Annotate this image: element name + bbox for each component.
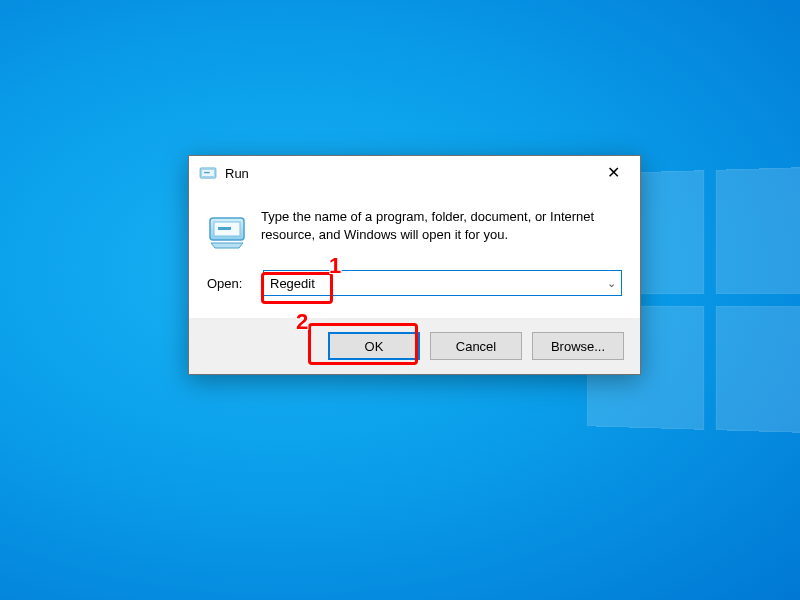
- ok-button[interactable]: OK: [328, 332, 420, 360]
- browse-button-label: Browse...: [551, 339, 605, 354]
- titlebar[interactable]: Run ✕: [189, 156, 640, 190]
- button-row: OK Cancel Browse...: [189, 318, 640, 374]
- svg-rect-5: [218, 227, 231, 230]
- run-icon: [207, 210, 247, 250]
- browse-button[interactable]: Browse...: [532, 332, 624, 360]
- cancel-button[interactable]: Cancel: [430, 332, 522, 360]
- svg-rect-2: [204, 172, 210, 173]
- open-label: Open:: [207, 276, 251, 291]
- dialog-body: Type the name of a program, folder, docu…: [189, 190, 640, 264]
- open-row: Open: ⌄: [189, 264, 640, 318]
- close-button[interactable]: ✕: [590, 158, 636, 188]
- open-combobox[interactable]: ⌄: [263, 270, 622, 296]
- dialog-description: Type the name of a program, folder, docu…: [261, 208, 622, 243]
- run-dialog: Run ✕ Type the name of a program, folder…: [188, 155, 641, 375]
- ok-button-label: OK: [365, 339, 384, 354]
- titlebar-title: Run: [225, 166, 249, 181]
- cancel-button-label: Cancel: [456, 339, 496, 354]
- close-icon: ✕: [607, 165, 620, 181]
- open-input[interactable]: [263, 270, 622, 296]
- run-icon: [199, 164, 217, 182]
